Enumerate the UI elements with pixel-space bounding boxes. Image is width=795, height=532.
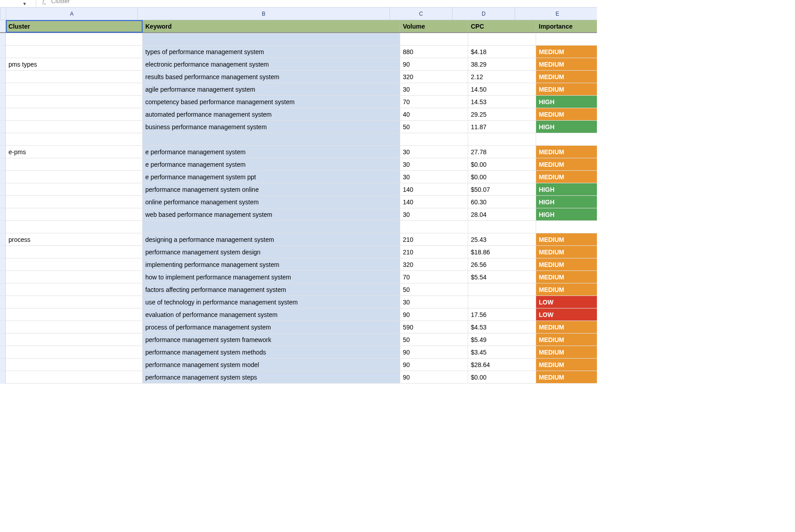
cell-E[interactable]: MEDIUM	[536, 71, 597, 83]
cell-B[interactable]: e performance management system ppt	[143, 171, 400, 183]
row-header[interactable]	[0, 258, 6, 271]
cell-A[interactable]	[6, 221, 143, 233]
cell-E[interactable]	[536, 133, 597, 146]
row-header[interactable]	[0, 46, 6, 58]
row-header[interactable]	[0, 359, 6, 371]
cell-A[interactable]: process	[6, 233, 143, 246]
row-header[interactable]	[0, 346, 6, 359]
row-header[interactable]	[0, 158, 6, 171]
cell-A[interactable]	[6, 121, 143, 133]
cell-B[interactable]: performance management system framework	[143, 334, 400, 346]
cell-A[interactable]	[6, 133, 143, 146]
cell-A[interactable]	[6, 208, 143, 221]
cell-A[interactable]	[6, 96, 143, 108]
row-header[interactable]	[0, 33, 6, 46]
cell-C[interactable]: 50	[400, 334, 468, 346]
cell-E[interactable]: MEDIUM	[536, 146, 597, 158]
cell-E[interactable]: MEDIUM	[536, 83, 597, 96]
header-volume[interactable]: Volume	[400, 20, 468, 33]
cell-E[interactable]: MEDIUM	[536, 371, 597, 384]
cell-D[interactable]: $5.54	[468, 271, 536, 283]
cell-E[interactable]: MEDIUM	[536, 321, 597, 334]
row-header[interactable]	[0, 20, 6, 33]
row-header[interactable]	[0, 196, 6, 208]
cell-A[interactable]	[6, 283, 143, 296]
cell-C[interactable]: 90	[400, 308, 468, 321]
row-header[interactable]	[0, 334, 6, 346]
cell-B[interactable]: performance management system model	[143, 359, 400, 371]
cell-C[interactable]: 140	[400, 183, 468, 196]
cell-D[interactable]: 60.30	[468, 196, 536, 208]
cell-C[interactable]: 90	[400, 359, 468, 371]
cell-D[interactable]: $5.49	[468, 334, 536, 346]
cell-C[interactable]	[400, 33, 468, 46]
cell-C[interactable]: 40	[400, 108, 468, 121]
cell-D[interactable]: 27.78	[468, 146, 536, 158]
cell-D[interactable]	[468, 221, 536, 233]
cell-D[interactable]: $0.00	[468, 171, 536, 183]
cell-B[interactable]: online performance management system	[143, 196, 400, 208]
cell-A[interactable]	[6, 83, 143, 96]
cell-B[interactable]: designing a performance management syste…	[143, 233, 400, 246]
cell-A[interactable]	[6, 33, 143, 46]
cell-E[interactable]: MEDIUM	[536, 58, 597, 71]
cell-E[interactable]: MEDIUM	[536, 334, 597, 346]
cell-C[interactable]: 30	[400, 171, 468, 183]
cell-D[interactable]: 2.12	[468, 71, 536, 83]
cell-B[interactable]: performance management system methods	[143, 346, 400, 359]
cell-E[interactable]: HIGH	[536, 121, 597, 133]
cell-E[interactable]: MEDIUM	[536, 108, 597, 121]
cell-D[interactable]: $50.07	[468, 183, 536, 196]
cell-C[interactable]: 320	[400, 71, 468, 83]
cell-A[interactable]	[6, 183, 143, 196]
cell-E[interactable]: HIGH	[536, 208, 597, 221]
cell-A[interactable]	[6, 158, 143, 171]
cell-D[interactable]	[468, 33, 536, 46]
cell-B[interactable]	[143, 221, 400, 233]
cell-C[interactable]: 880	[400, 46, 468, 58]
cell-A[interactable]	[6, 308, 143, 321]
row-header[interactable]	[0, 183, 6, 196]
row-header[interactable]	[0, 208, 6, 221]
row-header[interactable]	[0, 83, 6, 96]
cell-D[interactable]: $18.86	[468, 246, 536, 258]
cell-C[interactable]: 210	[400, 246, 468, 258]
select-all-corner[interactable]	[0, 8, 6, 20]
cell-D[interactable]	[468, 296, 536, 308]
row-header[interactable]	[0, 121, 6, 133]
cell-A[interactable]	[6, 321, 143, 334]
cell-E[interactable]: MEDIUM	[536, 171, 597, 183]
cell-E[interactable]: MEDIUM	[536, 258, 597, 271]
cell-A[interactable]	[6, 296, 143, 308]
cell-D[interactable]: 25.43	[468, 233, 536, 246]
cell-B[interactable]: automated performance management system	[143, 108, 400, 121]
cell-B[interactable]: e performance management system	[143, 146, 400, 158]
cell-A[interactable]	[6, 71, 143, 83]
cell-B[interactable]: how to implement performance management …	[143, 271, 400, 283]
cell-B[interactable]: agile performance management system	[143, 83, 400, 96]
cell-B[interactable]: use of technology in performance managem…	[143, 296, 400, 308]
cell-C[interactable]: 210	[400, 233, 468, 246]
cell-E[interactable]	[536, 221, 597, 233]
cell-C[interactable]: 90	[400, 346, 468, 359]
cell-C[interactable]	[400, 221, 468, 233]
cell-D[interactable]	[468, 133, 536, 146]
cell-A[interactable]	[6, 246, 143, 258]
cell-B[interactable]: process of performance management system	[143, 321, 400, 334]
cell-D[interactable]: 17.56	[468, 308, 536, 321]
cell-D[interactable]: $0.00	[468, 158, 536, 171]
row-header[interactable]	[0, 283, 6, 296]
cell-D[interactable]: 14.50	[468, 83, 536, 96]
cell-B[interactable]: web based performance management system	[143, 208, 400, 221]
cell-E[interactable]	[536, 33, 597, 46]
cell-C[interactable]: 90	[400, 371, 468, 384]
cell-A[interactable]	[6, 346, 143, 359]
cell-D[interactable]: $4.18	[468, 46, 536, 58]
cell-B[interactable]: performance management system steps	[143, 371, 400, 384]
row-header[interactable]	[0, 108, 6, 121]
cell-C[interactable]: 50	[400, 283, 468, 296]
cell-D[interactable]: 14.53	[468, 96, 536, 108]
cell-A[interactable]	[6, 334, 143, 346]
cell-D[interactable]: $3.45	[468, 346, 536, 359]
col-header-D[interactable]: D	[452, 8, 515, 20]
